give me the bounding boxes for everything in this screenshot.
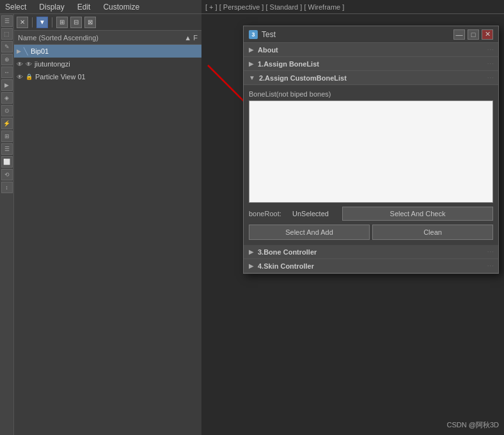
boneroot-label: boneRoot: <box>249 210 287 217</box>
scene-list-header: Name (Sorted Ascending) ▲ F <box>14 31 201 45</box>
side-icon-4[interactable]: ↔ <box>1 67 13 78</box>
sort-icon: ▲ F <box>184 34 198 42</box>
section-custom-title: 2.Assign CustomBoneList <box>259 74 347 82</box>
section-bone-ctrl-title: 3.Bone Controller <box>258 248 317 256</box>
test-dialog: 3 Test — □ ✕ ▶ About ··· ▶ 1.Assign Bone… <box>243 26 499 274</box>
scene-item-label: Particle View 01 <box>35 73 86 81</box>
side-icon-3[interactable]: ⊕ <box>1 54 13 65</box>
scene-items-list: ▶ ╲ Bip01 👁 👁 jiutuntongzi 👁 🔒 Particle … <box>14 45 201 435</box>
section-bonelist-dots: ··· <box>487 60 494 67</box>
action-buttons-row: Select And Add Clean <box>249 225 493 240</box>
section-skin-ctrl-dots: ··· <box>487 262 494 269</box>
scene-item-label: Bip01 <box>31 47 49 55</box>
menu-select[interactable]: Select <box>3 1 29 13</box>
expand-arrow-icon: ▶ <box>17 48 21 54</box>
section-skin-ctrl-title: 4.Skin Controller <box>258 262 314 270</box>
maximize-button[interactable]: □ <box>468 29 479 40</box>
scene-item-jiutuntongzi[interactable]: 👁 👁 jiutuntongzi <box>14 58 201 70</box>
close-button[interactable]: ✕ <box>482 29 493 40</box>
section-assign-custom[interactable]: ▼ 2.Assign CustomBoneList ··· <box>244 71 498 85</box>
side-icon-0[interactable]: ☰ <box>1 15 13 27</box>
eye-icon: 👁 <box>17 61 23 68</box>
side-icon-1[interactable]: ⬚ <box>1 28 13 40</box>
toolbar-separator-1 <box>32 17 33 28</box>
section-bone-controller[interactable]: ▶ 3.Bone Controller ··· <box>244 245 498 259</box>
scene-item-bip01[interactable]: ▶ ╲ Bip01 <box>14 45 201 58</box>
side-icon-10[interactable]: ☰ <box>1 143 13 155</box>
scene-toolbar: ✕ ▼ ⊞ ⊟ ⊠ <box>14 14 201 31</box>
section-skin-ctrl-arrow: ▶ <box>249 262 254 269</box>
section-about-dots: ··· <box>487 46 494 53</box>
menu-display[interactable]: Display <box>36 1 67 13</box>
view-btn-2[interactable]: ⊟ <box>70 17 82 28</box>
scene-item-label: jiutuntongzi <box>35 60 70 68</box>
dialog-window-controls: — □ ✕ <box>453 29 493 40</box>
view-btn-3[interactable]: ⊠ <box>84 17 96 28</box>
boneroot-value: UnSelected <box>292 210 337 217</box>
section-bonelist-title: 1.Assign BoneList <box>258 60 319 68</box>
dialog-title-group: 3 Test <box>249 30 276 39</box>
close-toolbar-btn[interactable]: ✕ <box>17 17 28 28</box>
section-bone-ctrl-arrow: ▶ <box>249 248 254 255</box>
section-custom-dots: ··· <box>487 74 494 81</box>
section-custom-arrow: ▼ <box>249 74 255 81</box>
section-assign-bonelist[interactable]: ▶ 1.Assign BoneList ··· <box>244 57 498 71</box>
boneroot-row: boneRoot: UnSelected Select And Check <box>249 207 493 221</box>
side-icon-7[interactable]: ⊙ <box>1 105 13 116</box>
scene-list-title: Name (Sorted Ascending) <box>18 34 98 42</box>
bone-icon: ╲ <box>24 47 28 56</box>
side-icon-12[interactable]: ⟲ <box>1 169 13 180</box>
eye-icon: 👁 <box>17 74 23 81</box>
dialog-app-icon: 3 <box>249 30 258 39</box>
viewport-header: [ + ] [ Perspective ] [ Standard ] [ Wir… <box>201 0 504 14</box>
bonelist-label: BoneList(not biped bones) <box>249 90 493 98</box>
menu-customize[interactable]: Customize <box>100 1 142 13</box>
menu-edit[interactable]: Edit <box>75 1 93 13</box>
select-and-add-button[interactable]: Select And Add <box>249 225 370 240</box>
left-panel: ✕ ▼ ⊞ ⊟ ⊠ Name (Sorted Ascending) ▲ F ▶ … <box>14 14 201 435</box>
side-icon-9[interactable]: ⊞ <box>1 130 13 142</box>
watermark-text: CSDN @阿秋3D <box>447 420 499 430</box>
section-about[interactable]: ▶ About ··· <box>244 43 498 57</box>
side-icon-11[interactable]: ⬜ <box>1 156 13 168</box>
lock-icon: 🔒 <box>26 74 33 80</box>
select-and-check-button[interactable]: Select And Check <box>342 207 493 221</box>
side-icon-strip: ☰ ⬚ ✎ ⊕ ↔ ▶ ◈ ⊙ ⚡ ⊞ ☰ ⬜ ⟲ ↕ <box>0 14 14 435</box>
side-icon-13[interactable]: ↕ <box>1 182 13 193</box>
section-custom-content: BoneList(not biped bones) boneRoot: UnSe… <box>244 85 498 245</box>
side-icon-2[interactable]: ✎ <box>1 41 13 52</box>
filter-btn[interactable]: ▼ <box>36 17 48 28</box>
section-bone-ctrl-dots: ··· <box>487 248 494 255</box>
bonelist-listbox[interactable] <box>249 100 493 203</box>
section-about-title: About <box>258 46 278 54</box>
side-icon-8[interactable]: ⚡ <box>1 118 13 129</box>
dialog-title-text: Test <box>262 30 276 39</box>
clean-button[interactable]: Clean <box>372 225 493 240</box>
scene-item-particle-view[interactable]: 👁 🔒 Particle View 01 <box>14 70 201 83</box>
minimize-button[interactable]: — <box>453 29 465 40</box>
section-bonelist-arrow: ▶ <box>249 60 254 67</box>
section-skin-controller[interactable]: ▶ 4.Skin Controller ··· <box>244 259 498 273</box>
section-about-arrow: ▶ <box>249 46 254 53</box>
view-btn-1[interactable]: ⊞ <box>56 17 68 28</box>
toolbar-separator-2 <box>52 17 52 28</box>
viewport-label: [ + ] [ Perspective ] [ Standard ] [ Wir… <box>205 3 344 11</box>
dialog-titlebar: 3 Test — □ ✕ <box>244 26 498 43</box>
eye-icon-2: 👁 <box>26 61 32 68</box>
side-icon-6[interactable]: ◈ <box>1 92 13 104</box>
side-icon-5[interactable]: ▶ <box>1 79 13 91</box>
